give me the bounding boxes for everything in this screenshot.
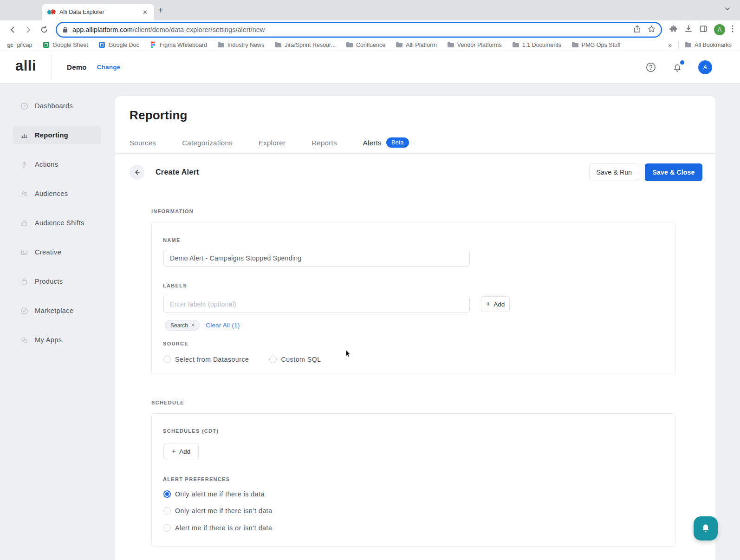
chip-remove-icon[interactable]: ✕: [191, 322, 195, 328]
save-and-run-button[interactable]: Save & Run: [589, 163, 639, 181]
sidebar-item-label: Products: [35, 278, 63, 285]
sidebar-item-reporting[interactable]: Reporting: [13, 126, 101, 144]
share-icon[interactable]: [633, 25, 641, 35]
bookmark-alli-platform[interactable]: Alli Platform: [396, 41, 437, 49]
bookmark-google-doc[interactable]: Google Doc: [98, 41, 139, 49]
plus-icon: +: [172, 448, 176, 455]
sidebar-item-label: Actions: [35, 161, 58, 168]
url-text[interactable]: app.alliplatform.com/client/demo/data-ex…: [72, 26, 633, 33]
bookmarks-overflow-chevrons[interactable]: »: [668, 41, 672, 49]
tab-overflow-chevron-icon[interactable]: [724, 6, 731, 14]
labels-field-label: LABELS: [163, 283, 187, 288]
bookmark-industry-news[interactable]: Industry News: [217, 41, 264, 49]
bag-icon: [20, 278, 28, 286]
extensions-puzzle-icon[interactable]: [669, 25, 678, 35]
radio-label[interactable]: Select from Datasource: [175, 356, 249, 363]
folder-icon: [512, 41, 519, 49]
back-arrow-button[interactable]: [130, 165, 144, 180]
sidebar-item-label: Reporting: [35, 131, 68, 139]
labels-input[interactable]: [163, 296, 470, 313]
tab-close-icon[interactable]: ✕: [141, 8, 149, 17]
bookmark-vendor-platforms[interactable]: Vendor Platforms: [447, 41, 502, 49]
mouse-cursor: [345, 349, 352, 358]
radio-label[interactable]: Only alert me if there isn’t data: [175, 507, 273, 514]
folder-icon: [571, 41, 579, 49]
image-icon: [20, 248, 28, 256]
alli-logo[interactable]: alli: [15, 59, 36, 76]
sidebar-item-label: Audiences: [35, 190, 68, 197]
thumbs-up-icon: [20, 219, 28, 227]
help-icon[interactable]: [645, 62, 656, 73]
app-header: alli Demo Change A: [0, 51, 740, 84]
radio-alert-either-way[interactable]: [163, 524, 171, 532]
google-sheet-icon: [42, 41, 50, 49]
sidebar-item-label: My Apps: [35, 336, 62, 344]
user-avatar[interactable]: A: [698, 60, 712, 74]
bookmark-pmg-ops-stuff[interactable]: PMG Ops Stuff: [571, 41, 621, 49]
sidebar-item-dashboards[interactable]: Dashboards: [13, 97, 101, 115]
forward-button[interactable]: [22, 23, 35, 36]
add-schedule-button[interactable]: +Add: [163, 443, 199, 460]
sidebar-item-actions[interactable]: Actions: [13, 155, 101, 174]
add-label-button[interactable]: +Add: [481, 296, 510, 312]
browser-toolbar: app.alliplatform.com/client/demo/data-ex…: [0, 20, 740, 39]
change-client-link[interactable]: Change: [97, 64, 121, 71]
radio-alert-if-data[interactable]: [163, 490, 171, 498]
people-icon: [20, 190, 28, 198]
notification-fab[interactable]: [694, 516, 718, 540]
tab-sources[interactable]: Sources: [130, 139, 156, 147]
notifications-bell-icon[interactable]: [672, 62, 683, 73]
sidebar-item-products[interactable]: Products: [13, 272, 101, 291]
back-button[interactable]: [6, 23, 19, 36]
tab-alerts[interactable]: AlertsBeta: [363, 137, 409, 148]
sidebar-item-my-apps[interactable]: My Apps: [13, 331, 101, 349]
bookmark-figma-whiteboard[interactable]: Figma Whiteboard: [149, 41, 207, 49]
compass-icon: [20, 307, 28, 315]
sidebar-item-audiences[interactable]: Audiences: [13, 184, 101, 203]
browser-tab[interactable]: Alli Data Explorer ✕: [42, 4, 154, 20]
radio-alert-if-no-data[interactable]: [163, 507, 171, 514]
bookmark-star-icon[interactable]: [648, 25, 656, 35]
folder-icon: [217, 41, 225, 49]
page-body: Dashboards Reporting Actions Audiences A…: [0, 84, 740, 560]
bookmark-gifcap[interactable]: gcgifcap: [6, 41, 32, 49]
content-card: Reporting Sources Categorizations Explor…: [115, 96, 715, 560]
browser-tabstrip: Alli Data Explorer ✕ +: [0, 0, 740, 20]
url-bar[interactable]: app.alliplatform.com/client/demo/data-ex…: [56, 22, 662, 38]
google-doc-icon: [98, 41, 106, 49]
radio-select-from-datasource[interactable]: [163, 356, 171, 363]
radio-custom-sql[interactable]: [269, 356, 277, 363]
save-and-close-button[interactable]: Save & Close: [645, 163, 702, 181]
bookmark-1-1-documents[interactable]: 1:1 Documents: [512, 41, 561, 49]
sidebar-item-creative[interactable]: Creative: [13, 243, 101, 261]
download-icon[interactable]: [684, 25, 693, 35]
radio-label[interactable]: Custom SQL: [281, 356, 321, 363]
radio-label[interactable]: Alert me if there is or isn’t data: [175, 524, 272, 532]
tab-explorer[interactable]: Explorer: [259, 139, 286, 147]
bookmark-confluence[interactable]: Confluence: [346, 41, 385, 49]
plus-icon: +: [486, 300, 490, 308]
sidebar-item-marketplace[interactable]: Marketplace: [13, 301, 101, 320]
lightning-icon: [20, 161, 28, 169]
tab-categorizations[interactable]: Categorizations: [182, 139, 233, 147]
bar-chart-icon: [20, 131, 28, 139]
tab-reports[interactable]: Reports: [312, 139, 337, 147]
gifcap-logo-icon: gc: [6, 41, 14, 49]
beta-badge: Beta: [386, 137, 409, 148]
bookmark-jira-sprint[interactable]: Jira/Sprint Resour...: [274, 41, 336, 49]
bookmark-google-sheet[interactable]: Google Sheet: [42, 41, 88, 49]
radio-label[interactable]: Only alert me if there is data: [175, 490, 265, 498]
browser-menu-kebab-icon[interactable]: [732, 25, 734, 34]
alert-name-input[interactable]: [163, 250, 470, 267]
browser-profile-avatar[interactable]: A: [714, 24, 725, 35]
sidebar-item-audience-shifts[interactable]: Audience Shifts: [13, 214, 101, 232]
create-alert-title: Create Alert: [156, 168, 199, 176]
reload-button[interactable]: [38, 23, 51, 36]
label-chip-search[interactable]: Search✕: [165, 320, 200, 331]
blocks-icon: [20, 336, 28, 344]
side-panel-icon[interactable]: [699, 25, 708, 35]
section-title: Reporting: [130, 108, 188, 123]
clear-all-link[interactable]: Clear All (1): [206, 322, 240, 329]
all-bookmarks[interactable]: All Bookmarks: [684, 41, 732, 49]
new-tab-button[interactable]: +: [158, 5, 163, 16]
